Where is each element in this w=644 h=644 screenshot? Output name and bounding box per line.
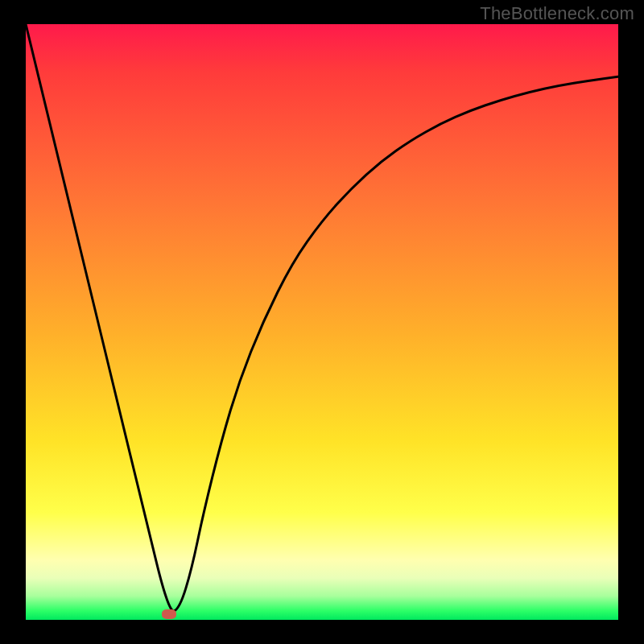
watermark-text: TheBottleneck.com: [480, 3, 634, 24]
curve-layer: [26, 24, 618, 620]
plot-area: [26, 24, 618, 620]
minimum-marker: [162, 609, 176, 619]
chart-frame: [0, 0, 644, 644]
chart-stage: TheBottleneck.com: [0, 0, 644, 644]
bottleneck-curve: [26, 24, 618, 611]
